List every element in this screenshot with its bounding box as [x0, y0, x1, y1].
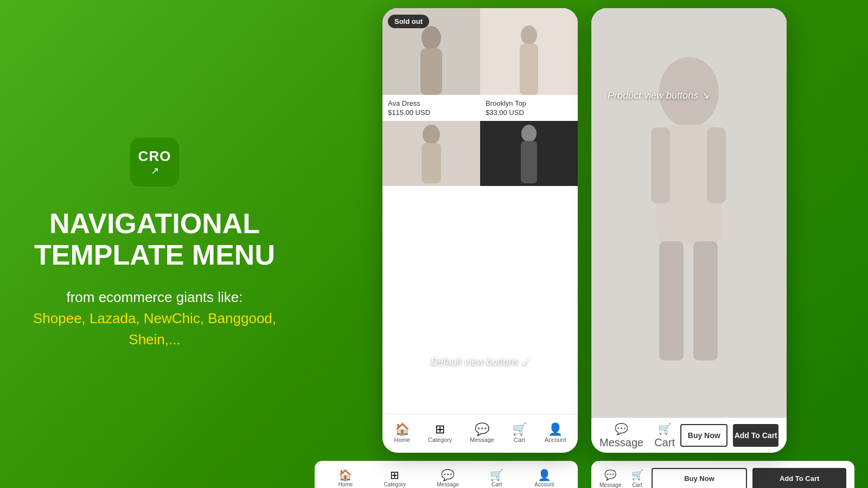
- cro-logo: CRO ↗: [130, 138, 179, 187]
- btn-r1-icons: 💬 Message 🛒 Cart: [599, 469, 643, 488]
- brooklyn-figure: [510, 24, 548, 95]
- btn-r1-add-cart[interactable]: Add To Cart: [752, 468, 846, 489]
- product-cart-nav[interactable]: 🛒 Cart: [654, 422, 675, 449]
- logo-text: CRO: [138, 148, 171, 165]
- nav-r1-home[interactable]: 🏠 Home: [339, 470, 353, 487]
- bottom-img-left: [382, 121, 480, 186]
- bottom-nav-default: 🏠 Home ⊞ Category 💬 Message 🛒 Cart 👤: [382, 414, 578, 453]
- account-label: Account: [545, 436, 566, 443]
- btn-r1-message[interactable]: 💬 Message: [599, 469, 622, 488]
- btn-r1-cart[interactable]: 🛒 Cart: [631, 469, 643, 488]
- bottom-img-right: [480, 121, 578, 186]
- ava-dress-name: Ava Dress: [388, 99, 475, 107]
- nav-message[interactable]: 💬 Message: [470, 423, 494, 443]
- btn-r1-buy-now[interactable]: Buy Now: [652, 468, 748, 489]
- product-bottom-bar: 💬 Message 🛒 Cart Buy Now Add To Cart: [591, 418, 787, 453]
- brooklyn-top-image: [480, 8, 578, 95]
- svg-rect-10: [659, 241, 684, 361]
- cart-label: Cart: [514, 436, 525, 443]
- subtitle: from ecommerce giants like: Shopee, Laza…: [22, 287, 288, 350]
- product-message-label: Message: [599, 436, 643, 449]
- default-annotation: Default view buttons ↙: [431, 356, 529, 368]
- product-card-brooklyn: Brooklyn Top $33.00 USD: [480, 8, 578, 121]
- nav-account[interactable]: 👤 Account: [545, 423, 566, 443]
- ava-figure: [410, 24, 453, 95]
- svg-rect-11: [693, 241, 718, 361]
- cart-icon: 🛒: [512, 423, 527, 435]
- bottom-figure-right: [510, 124, 548, 183]
- nav-rows-section: 🏠 Home ⊞ Category 💬 Message 🛒 Cart 👤: [315, 461, 854, 488]
- phone-default-content: Sold out Ava Dress $115.00 USD: [382, 8, 578, 414]
- brooklyn-top-info: Brooklyn Top $33.00 USD: [480, 95, 578, 121]
- product-cart-icon: 🛒: [658, 422, 672, 435]
- svg-point-6: [521, 125, 537, 142]
- phone-default: Sold out Ava Dress $115.00 USD: [382, 8, 578, 453]
- product-message-nav[interactable]: 💬 Message: [599, 422, 643, 449]
- category-label: Category: [428, 436, 452, 443]
- nav-col-right: 💬 Message 🛒 Cart Buy Now Add To Cart 💬: [591, 461, 854, 488]
- nav-col-left: 🏠 Home ⊞ Category 💬 Message 🛒 Cart 👤: [315, 461, 578, 488]
- home-icon: 🏠: [395, 423, 410, 435]
- svg-rect-7: [521, 141, 537, 183]
- main-title: NAVIGATIONAL TEMPLATE MENU: [34, 208, 275, 270]
- message-icon: 💬: [475, 423, 489, 435]
- product-grid-bottom: [382, 121, 578, 186]
- nav-row-1: 🏠 Home ⊞ Category 💬 Message 🛒 Cart 👤: [315, 461, 578, 488]
- svg-rect-12: [651, 127, 670, 203]
- nav-r1-cart[interactable]: 🛒 Cart: [490, 470, 503, 487]
- phone-product: Product view buttons ↘ 💬 Message 🛒 Cart …: [591, 8, 787, 453]
- nav-r1-account[interactable]: 👤 Account: [534, 470, 554, 487]
- svg-point-4: [423, 125, 440, 144]
- ava-dress-info: Ava Dress $115.00 USD: [382, 95, 480, 121]
- message-label: Message: [470, 436, 494, 443]
- product-annotation: Product view buttons ↘: [608, 89, 709, 101]
- ava-dress-image: Sold out: [382, 8, 480, 95]
- nav-category[interactable]: ⊞ Category: [428, 423, 452, 443]
- nav-r1-message[interactable]: 💬 Message: [437, 470, 459, 487]
- product-nav-icons: 💬 Message 🛒 Cart: [599, 422, 675, 449]
- hero-figure-svg: [602, 49, 776, 418]
- buy-now-button[interactable]: Buy Now: [680, 424, 728, 447]
- svg-rect-1: [420, 48, 442, 95]
- brooklyn-top-name: Brooklyn Top: [486, 99, 572, 107]
- main-content: Sold out Ava Dress $115.00 USD: [309, 0, 868, 488]
- btn-row-1: 💬 Message 🛒 Cart Buy Now Add To Cart: [591, 461, 854, 488]
- product-message-icon: 💬: [615, 422, 628, 435]
- phones-row: Sold out Ava Dress $115.00 USD: [315, 8, 854, 453]
- category-icon: ⊞: [435, 423, 445, 435]
- bottom-figure-left: [410, 124, 453, 183]
- ava-dress-price: $115.00 USD: [388, 108, 475, 117]
- add-to-cart-button[interactable]: Add To Cart: [733, 424, 778, 447]
- sold-out-badge: Sold out: [388, 15, 429, 28]
- nav-r1-category[interactable]: ⊞ Category: [384, 470, 406, 487]
- svg-rect-5: [422, 143, 441, 183]
- svg-point-0: [422, 26, 441, 50]
- product-grid: Sold out Ava Dress $115.00 USD: [382, 8, 578, 121]
- svg-rect-13: [707, 127, 726, 203]
- svg-point-2: [521, 25, 537, 45]
- left-panel: CRO ↗ NAVIGATIONAL TEMPLATE MENU from ec…: [0, 0, 309, 488]
- brooklyn-top-price: $33.00 USD: [486, 108, 572, 117]
- home-label: Home: [394, 436, 410, 443]
- product-cart-label: Cart: [654, 436, 675, 449]
- product-card-ava: Sold out Ava Dress $115.00 USD: [382, 8, 480, 121]
- nav-cart[interactable]: 🛒 Cart: [512, 423, 527, 443]
- nav-home[interactable]: 🏠 Home: [394, 423, 410, 443]
- account-icon: 👤: [548, 423, 563, 435]
- svg-rect-3: [520, 44, 538, 95]
- product-hero-image: Product view buttons ↘: [591, 8, 787, 418]
